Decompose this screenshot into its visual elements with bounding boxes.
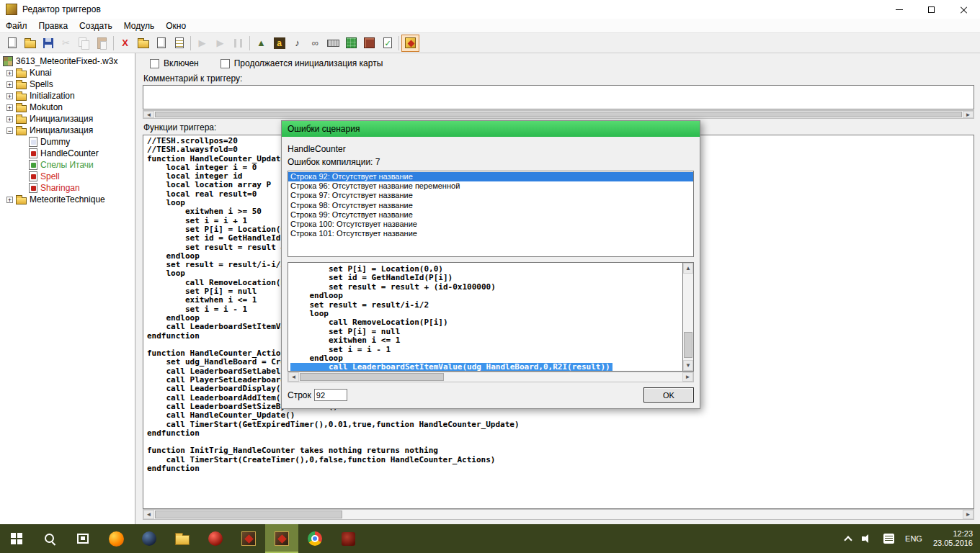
world-editor-taskbar-button[interactable] [232,524,265,553]
comment-input[interactable] [143,85,974,109]
expand-toggle[interactable]: − [6,127,13,134]
menu-item[interactable]: Модуль [118,21,161,31]
object-manager-button[interactable]: ∞ [306,35,324,52]
new-script-button[interactable] [170,35,188,52]
tree-item[interactable]: Спелы Итачи [0,159,135,171]
scroll-left-arrow[interactable] [143,111,154,118]
tree-folder[interactable]: +Kunai [0,67,135,78]
script-checker-button[interactable] [378,35,396,52]
ai-editor-button[interactable] [324,35,342,52]
dialog-code-line[interactable]: set result = result + (id-0x100000) [290,283,682,292]
open-button[interactable] [21,35,39,52]
scroll-thumb[interactable] [684,332,692,358]
dialog-code-line[interactable]: call RemoveLocation(P[i]) [290,318,682,327]
game-dark-red-taskbar-button[interactable] [331,524,365,553]
expand-toggle[interactable]: + [6,93,13,99]
game-red-taskbar-button[interactable] [199,524,232,553]
scroll-track[interactable] [154,510,963,519]
dialog-code-line[interactable]: set result = result/i-i/2 [290,301,682,310]
scroll-right-arrow[interactable] [682,372,693,382]
window-titlebar[interactable]: Редактор триггеров [0,0,980,19]
new-trigger-button[interactable] [152,35,170,52]
taskbar-clock[interactable]: 12:23 23.05.2016 [933,529,973,548]
error-list-item[interactable]: Строка 99: Отсутствует название [288,210,693,220]
scroll-up-arrow[interactable] [683,263,693,274]
error-list[interactable]: Строка 92: Отсутствует названиеСтрока 96… [288,171,694,257]
tree-item[interactable]: Sharingan [0,182,135,194]
terrain-editor-button[interactable]: ▲ [252,35,270,52]
scroll-left-arrow[interactable] [288,372,299,382]
dialog-code-line[interactable]: set i = i - 1 [290,346,682,354]
tree-folder[interactable]: +Initialization [0,90,135,102]
dialog-code-vscrollbar[interactable] [682,262,694,372]
dialog-code-line[interactable]: set id = GetHandleId(P[i]) [290,274,682,282]
maximize-button[interactable] [915,0,948,19]
dialog-code-line[interactable]: exitwhen i <= 1 [290,336,682,345]
map-init-checkbox[interactable] [220,59,230,68]
campaign-editor-button[interactable] [342,35,360,52]
scroll-down-arrow[interactable] [683,360,693,371]
world-editor-active-taskbar-button[interactable] [265,524,298,553]
minimize-button[interactable] [883,0,915,19]
scroll-track[interactable] [683,274,693,360]
tray-chevron-up-icon[interactable] [844,536,852,544]
delete-button[interactable]: X [116,35,134,52]
error-list-item[interactable]: Строка 100: Отсутствует название [288,220,693,229]
comment-hscrollbar[interactable] [143,110,974,119]
notification-icon[interactable] [883,534,894,544]
scroll-track[interactable] [299,372,682,382]
sound-editor-button[interactable]: ♪ [288,35,306,52]
tree-item[interactable]: Spell [0,171,135,182]
enabled-checkbox-label[interactable]: Включен [150,58,199,68]
import-manager-button[interactable] [360,35,378,52]
expand-toggle[interactable]: + [6,81,13,88]
ok-button[interactable]: OK [643,387,694,403]
dialog-code[interactable]: set P[i] = Location(0,0) set id = GetHan… [288,262,682,372]
menu-item[interactable]: Файл [0,21,33,31]
error-list-item[interactable]: Строка 97: Отсутствует название [288,191,693,200]
volume-icon[interactable] [862,534,873,544]
dialog-code-line[interactable]: endloop [290,292,682,300]
trigger-editor-button[interactable] [401,35,419,52]
scroll-thumb[interactable] [155,511,342,518]
menu-item[interactable]: Правка [33,21,74,31]
tree-folder[interactable]: +Инициализация [0,113,135,125]
menu-item[interactable]: Окно [160,21,192,31]
expand-toggle[interactable]: + [6,70,13,76]
scroll-track[interactable] [154,111,963,118]
tree-folder[interactable]: −Инициализация [0,125,135,136]
dialog-code-line[interactable]: call LeaderboardSetItemValue(udg_HandleB… [290,363,612,372]
file-explorer-taskbar-button[interactable] [166,524,199,553]
tree-folder[interactable]: +Spells [0,78,135,90]
dialog-titlebar[interactable]: Ошибки сценария [282,121,700,137]
scroll-right-arrow[interactable] [963,510,974,519]
language-indicator[interactable]: ENG [905,534,922,543]
save-button[interactable] [39,35,57,52]
tree-item[interactable]: HandleCounter [0,148,135,159]
dialog-code-hscrollbar[interactable] [288,372,694,382]
error-list-item[interactable]: Строка 92: Отсутствует название [288,172,693,181]
editor-hscrollbar[interactable] [143,509,974,520]
expand-toggle[interactable]: + [6,197,13,203]
task-view-taskbar-button[interactable] [66,524,99,553]
map-init-checkbox-label[interactable]: Продолжается инициализация карты [220,58,383,68]
new-file-button[interactable] [3,35,21,52]
scroll-left-arrow[interactable] [143,510,154,519]
firefox-taskbar-button[interactable] [99,524,133,553]
start-taskbar-button[interactable] [0,524,33,553]
close-button[interactable] [948,0,980,19]
tree-item[interactable]: Dummy [0,136,135,148]
object-editor-button[interactable]: a [270,35,288,52]
app-blue-taskbar-button[interactable] [133,524,166,553]
error-list-item[interactable]: Строка 98: Отсутствует название [288,201,693,210]
enabled-checkbox[interactable] [150,59,159,68]
tree-root[interactable]: 3613_MeteoriteFixed-.w3x [0,55,135,67]
new-category-button[interactable] [134,35,152,52]
scroll-thumb[interactable] [300,373,444,381]
tree-folder[interactable]: +Mokuton [0,102,135,113]
expand-toggle[interactable]: + [6,116,13,122]
tree-panel[interactable]: 3613_MeteoriteFixed-.w3x+Kunai+Spells+In… [0,53,135,524]
scroll-right-arrow[interactable] [963,111,974,118]
scroll-thumb[interactable] [155,112,962,117]
error-list-item[interactable]: Строка 101: Отсутствует название [288,229,693,238]
